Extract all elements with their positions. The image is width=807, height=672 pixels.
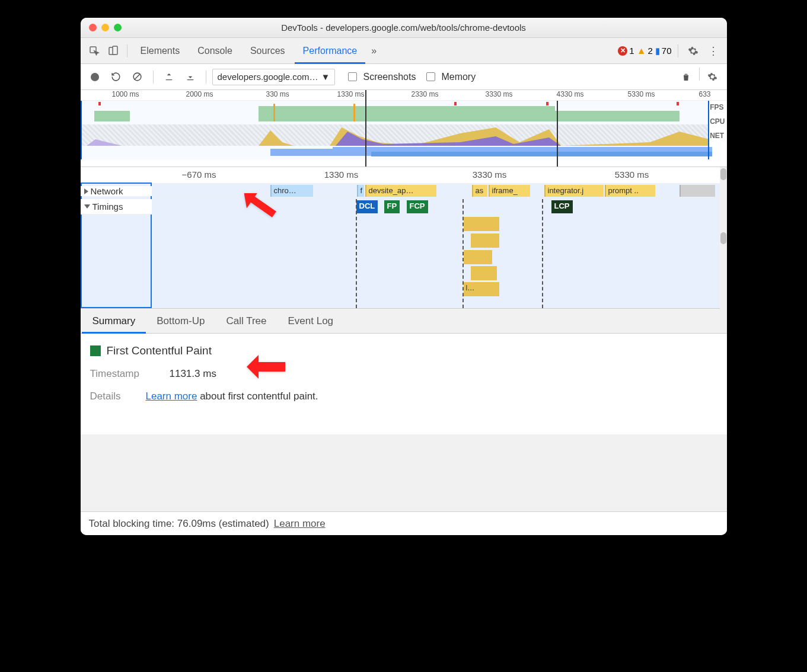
event-name: First Contentful Paint [107,344,212,357]
cpu-lane-label: CPU [710,117,725,126]
ruler-tick-label: 330 ms [266,90,289,98]
warnings-badge[interactable]: ▲ 2 [637,46,653,56]
errors-badge[interactable]: ✕ 1 [618,46,634,56]
ruler-tick-label: −670 ms [182,169,216,180]
info-badge[interactable]: ▮ 70 [655,46,672,56]
network-request-block[interactable] [680,185,715,197]
performance-toolbar: developers.google.com… ▼ Screenshots Mem… [81,64,727,90]
ruler-tick-label: 5330 ms [615,169,649,180]
ruler-tick-label: 2000 ms [186,90,213,98]
tab-call-tree[interactable]: Call Tree [215,309,277,334]
memory-checkbox[interactable]: Memory [426,72,476,82]
ruler-tick-label: 2330 ms [412,90,439,98]
record-button[interactable] [85,68,104,87]
tab-bottom-up[interactable]: Bottom-Up [146,309,215,334]
timestamp-row: Timestamp 1131.3 ms [90,368,717,380]
ruler-tick-label: 1000 ms [112,90,139,98]
network-request-block[interactable]: f [357,185,364,197]
overview-cursor-line [365,90,366,167]
empty-area [81,434,727,511]
network-request-block[interactable]: as [472,185,487,197]
fp-marker[interactable]: FP [384,200,400,213]
tab-summary[interactable]: Summary [82,309,146,334]
marker-line [462,199,464,308]
zoom-window-button[interactable] [114,24,122,31]
summary-title: First Contentful Paint [90,344,717,357]
flamechart-scrollbar[interactable] [720,167,727,309]
marker-line [356,199,357,308]
checkbox-box-icon [348,72,357,81]
learn-more-link[interactable]: Learn more [146,391,197,402]
svg-line-4 [135,74,141,80]
settings-gear-icon[interactable] [684,42,702,60]
network-request-block[interactable]: devsite_ap… [365,185,436,197]
tab-elements[interactable]: Elements [132,38,189,64]
error-icon: ✕ [618,46,627,56]
network-track[interactable]: Network chro… f devsite_ap… as iframe_ i… [81,184,727,199]
delete-icon[interactable] [677,68,696,87]
overview-marker-line [557,101,558,167]
close-window-button[interactable] [89,24,97,31]
divider [127,44,127,57]
lcp-marker[interactable]: LCP [551,200,573,213]
more-menu-icon[interactable]: ⋮ [704,42,722,60]
learn-more-link[interactable]: Learn more [274,518,326,530]
fps-lane-label: FPS [710,103,725,111]
overview-selection[interactable] [81,101,709,159]
divider [678,44,678,57]
timings-track[interactable]: Timings DCL FP FCP LCP l… [81,199,727,309]
ruler-tick-label: 1330 ms [324,169,359,180]
reload-record-button[interactable] [107,68,126,87]
tab-performance[interactable]: Performance [295,38,366,64]
task-block[interactable] [471,266,497,280]
network-request-block[interactable]: prompt .. [605,185,655,197]
tab-sources[interactable]: Sources [242,38,294,64]
screenshots-checkbox[interactable]: Screenshots [348,72,416,82]
divider [153,71,154,84]
annotation-arrow [241,193,277,228]
tab-event-log[interactable]: Event Log [277,309,345,334]
footer-bar: Total blocking time: 76.09ms (estimated)… [81,511,727,535]
task-block[interactable]: l… [464,282,499,296]
dcl-marker[interactable]: DCL [356,200,378,213]
minimize-window-button[interactable] [101,24,109,31]
clear-button[interactable] [128,68,147,87]
scrollbar-thumb[interactable] [720,168,726,180]
expand-down-icon [84,204,90,209]
save-profile-icon[interactable] [181,68,200,87]
flamechart-ruler: −670 ms 1330 ms 3330 ms 5330 ms [81,167,727,184]
details-suffix: about first contentful paint. [197,391,318,402]
overview-panel[interactable]: 1000 ms 2000 ms 330 ms 1330 ms 2330 ms 3… [81,90,727,167]
fcp-marker[interactable]: FCP [407,200,428,213]
details-row: Details Learn more about first contentfu… [90,391,717,402]
divider [699,68,700,81]
tab-overflow[interactable]: » [366,38,381,64]
overview-ruler: 1000 ms 2000 ms 330 ms 1330 ms 2330 ms 3… [81,90,727,101]
summary-panel: First Contentful Paint Timestamp 1131.3 … [81,334,727,434]
recording-select[interactable]: developers.google.com… ▼ [212,69,336,85]
inspect-element-icon[interactable] [85,42,103,60]
tab-console[interactable]: Console [189,38,241,64]
memory-label: Memory [441,72,476,82]
load-profile-icon[interactable] [160,68,178,87]
ruler-tick-label: 633 [699,90,711,98]
flamechart-panel[interactable]: −670 ms 1330 ms 3330 ms 5330 ms Network … [81,167,727,309]
chevron-down-icon: ▼ [321,72,330,82]
network-request-block[interactable]: integrator.j [544,185,604,197]
task-block[interactable] [471,233,499,248]
ruler-tick-label: 1330 ms [337,90,365,98]
capture-settings-gear-icon[interactable] [703,68,722,87]
details-key: Details [90,391,132,402]
network-request-block[interactable]: iframe_ [489,185,530,197]
total-blocking-time: Total blocking time: 76.09ms (estimated) [89,518,269,530]
task-block[interactable] [464,250,492,264]
task-block[interactable] [464,217,499,231]
toggle-device-toolbar-icon[interactable] [104,42,122,60]
timestamp-key: Timestamp [90,368,155,380]
scrollbar-thumb[interactable] [720,232,726,244]
timings-track-label: Timings [81,199,152,215]
screenshots-label: Screenshots [363,72,416,82]
timestamp-value: 1131.3 ms [170,368,216,380]
network-track-label: Network [81,186,152,196]
checkbox-box-icon [426,72,435,81]
